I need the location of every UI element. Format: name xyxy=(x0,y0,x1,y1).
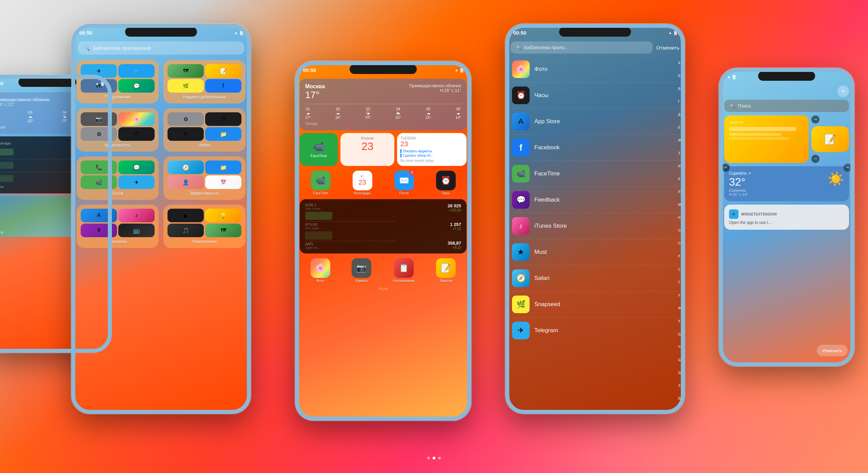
phone-3-camera-app[interactable]: 📷 Камера xyxy=(352,258,371,283)
phone-3-facetime-app-icon: 📹 xyxy=(311,171,331,190)
phone-4-photos-icon: 🌸 xyxy=(512,60,530,78)
phone-2-appstore-icon: A xyxy=(81,209,117,222)
phone-3-wifi-icon: ▲ xyxy=(455,68,458,72)
phone-5-cupertino-label: Cupertino ↗ xyxy=(729,171,751,176)
phone-4-app-appstore[interactable]: A App Store xyxy=(505,109,685,135)
phone-3-reminders-label: Напоминания xyxy=(393,279,415,283)
phone-5-status-icons: ▲ ▓ xyxy=(727,75,735,79)
phone-2-safari-icon: 🧭 xyxy=(167,160,204,174)
phone-5-notes-label: Заметки xyxy=(729,120,804,124)
phone-3-weather-desc: Преимущественно облачно xyxy=(409,83,461,88)
phone-2-folder-utilities[interactable]: ⚙ ⏱ # 📁 Utilities xyxy=(163,108,245,152)
phone-5-add-button[interactable]: + xyxy=(837,86,849,97)
phone-4-app-must[interactable]: ★ Must xyxy=(505,239,685,265)
phone-3-cal-label: TUESDAY xyxy=(400,136,463,140)
phone-2-folder-1-label: Предложения xyxy=(81,95,155,99)
phone-4-app-snapseed[interactable]: 🌿 Snapseed xyxy=(505,291,685,318)
phone-4-cancel-button[interactable]: Отменить xyxy=(656,45,679,51)
phone-2-folder-stores[interactable]: A ♪ 🎙 📺 Магазины xyxy=(77,205,159,248)
phone-2-folder-5-label: Social xyxy=(81,191,155,196)
phone-5-container: ▲ ▓ + 🔍 Поиск Заметки xyxy=(719,68,854,366)
phone-1-status-icons: ▲ ▓ xyxy=(95,81,104,86)
phone-3-weather-label: Погода xyxy=(305,121,461,126)
phone-5-remove-weather-btn[interactable]: − xyxy=(722,164,730,172)
phone-3-reminders-app[interactable]: 📋 Напоминания xyxy=(393,258,415,283)
phone-4-app-facebook[interactable]: f Facebook xyxy=(505,135,685,161)
phone-4-app-feedback[interactable]: 💬 Feedback xyxy=(505,187,685,213)
phone-2-folder-creative[interactable]: 📷 🌸 ⚙ ⏱ Креативность xyxy=(77,108,159,152)
phone-3-mail-app[interactable]: ✉️ 5 Почта xyxy=(394,171,414,195)
alpha-p: П xyxy=(678,242,682,245)
phone-5-search-bar[interactable]: 🔍 Поиск xyxy=(724,100,849,112)
phone-2-folder-last[interactable]: ▶ 💡 🎵 🗺 Развлечения xyxy=(163,205,245,248)
phone-4-app-facetime[interactable]: 📹 FaceTime xyxy=(505,161,685,187)
phone-5-weather-widget: − Cupertino ↗ 32° Солнечно H:31° L:14° ☀… xyxy=(724,166,849,201)
phone-3-facetime-icon: 📹 xyxy=(311,141,327,152)
phone-2-twitter-icon: 🐦 xyxy=(118,64,155,78)
phone-3-photos-app[interactable]: 🌸 Фото xyxy=(311,258,330,283)
alpha-ya: Я xyxy=(678,397,682,400)
phone-3-photos-label: Фото xyxy=(316,279,324,283)
phone-5-search-text: Поиск xyxy=(738,103,751,109)
phone-3-event-1: Показать виджеты xyxy=(400,149,463,153)
phone-2-folder-social[interactable]: 📞 💬 📹 ✈ Social xyxy=(77,156,159,200)
phone-3-notes-icon: 📝 xyxy=(436,258,456,278)
phone-3-city: Москва xyxy=(305,83,325,90)
phone-3-reminders-icon: 📋 xyxy=(394,258,414,278)
phone-5-notes-icon: 📝 xyxy=(824,134,836,145)
alpha-z: З xyxy=(678,151,682,155)
phone-2-phone-icon: 📞 xyxy=(81,160,117,174)
alpha-zh: Ж xyxy=(678,138,682,142)
phone-3-facetime-widget[interactable]: 📹 FaceTime xyxy=(300,133,338,166)
phone-3-notes-app[interactable]: 📝 Заметки xyxy=(436,258,456,283)
dot-1 xyxy=(427,457,430,459)
phone-1-weather-desc: Преимущественно облачно xyxy=(0,97,50,102)
alpha-ch: Ч xyxy=(678,345,682,349)
phone-3-clock-app[interactable]: ⏰ Часы xyxy=(436,171,456,195)
phone-3-notch xyxy=(350,64,417,74)
phone-5-edit-button[interactable]: Изменить xyxy=(817,345,848,356)
phone-4-app-telegram[interactable]: ✈ Telegram xyxy=(505,318,685,343)
phone-4-appstore-icon: A xyxy=(512,113,530,130)
phone-4-appstore-label: App Store xyxy=(534,118,560,125)
alpha-m: М xyxy=(678,203,682,207)
phone-4-app-clock[interactable]: ⏰ Часы xyxy=(505,82,685,109)
alpha-v: В xyxy=(678,87,682,91)
phone-5-remove-notes-btn[interactable]: − xyxy=(811,115,820,124)
phone-3-app-row-2: 🌸 Фото 📷 Камера 📋 Напоминания 📝 Заметки xyxy=(295,256,471,285)
phone-4-wifi-icon: ▲ xyxy=(668,31,672,35)
phone-3-facetime-app[interactable]: 📹 FaceTime xyxy=(311,171,331,195)
phone-4-search-bar[interactable]: 🔍 Библиотека прило... xyxy=(511,41,653,54)
phone-5-telegram-small-icon: ✈ xyxy=(729,209,738,219)
phone-4-app-safari[interactable]: 🧭 Safari xyxy=(505,265,685,291)
phone-2-contacts-icon: 👤 xyxy=(167,175,204,189)
phone-2-cal-icon: 📅 xyxy=(205,175,241,189)
phone-2-itunes-icon: ♪ xyxy=(118,209,155,222)
phone-4-app-photos[interactable]: 🌸 Фото xyxy=(505,56,685,82)
phone-4-search-icon: 🔍 xyxy=(516,45,521,50)
phone-2-search-bar[interactable]: 🔍 Библиотека приложений xyxy=(78,41,244,55)
phone-2-music-icon: 🎵 xyxy=(167,224,204,237)
alpha-t: Т xyxy=(678,281,682,284)
phone-2-notch xyxy=(125,27,197,37)
phone-3-clock-icon: ⏰ xyxy=(436,171,456,190)
phone-3-facetime-label: FaceTime xyxy=(311,154,327,158)
alpha-eh: Э xyxy=(678,384,682,387)
phone-2-podcasts-icon: 🎙 xyxy=(81,224,117,237)
phone-2-time: 00:50 xyxy=(79,30,92,36)
phone-3-calendar-widget[interactable]: Вторник 23 xyxy=(340,133,394,166)
phone-5-remove-small-btn[interactable]: − xyxy=(811,155,820,163)
phone-5-notch xyxy=(758,71,815,81)
phone-3-calendar-app[interactable]: ВТ 23 Календарь xyxy=(353,171,372,195)
phone-2-wifi-icon: ▲ xyxy=(234,31,238,35)
phone-5-remove-weather-btn-2[interactable]: − xyxy=(844,164,852,172)
phone-3-stock-3-val: 358,87 xyxy=(400,241,461,246)
phone-2-folder-recent[interactable]: 🗺 📝 🌿 f Недавно добавленные xyxy=(163,60,245,103)
phone-3-stocks-footer: Акции xyxy=(295,287,471,290)
phone-5-side-widgets: − 📝 − xyxy=(811,115,849,163)
phone-2-folder-efficiency[interactable]: 🧭 📁 👤 📅 Эффективность xyxy=(163,156,245,200)
phone-4-app-itunes[interactable]: ♪ iTunes Store xyxy=(505,213,685,239)
dot-2-active xyxy=(433,457,435,459)
phone-5-cupertino-range: H:31° L:14° xyxy=(729,192,751,196)
phone-3-camera-icon: 📷 xyxy=(352,258,371,278)
